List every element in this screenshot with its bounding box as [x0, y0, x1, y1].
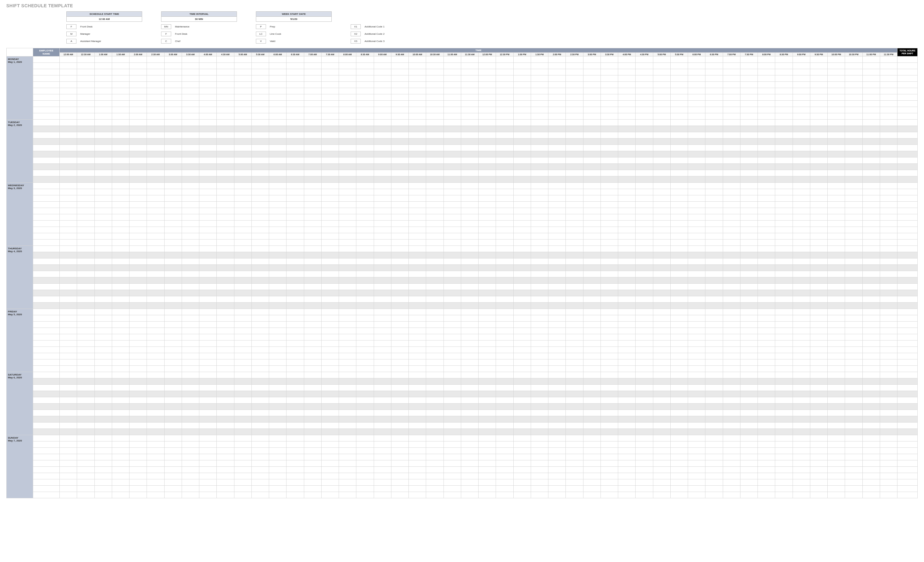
slot-cell[interactable]	[182, 479, 199, 486]
slot-cell[interactable]	[200, 252, 217, 259]
slot-cell[interactable]	[862, 75, 880, 82]
slot-cell[interactable]	[705, 94, 723, 101]
slot-cell[interactable]	[321, 277, 339, 284]
slot-cell[interactable]	[356, 353, 374, 359]
slot-cell[interactable]	[845, 214, 862, 221]
slot-cell[interactable]	[723, 227, 740, 233]
slot-cell[interactable]	[217, 233, 234, 239]
slot-cell[interactable]	[461, 88, 478, 94]
slot-cell[interactable]	[286, 139, 304, 145]
slot-cell[interactable]	[409, 303, 426, 309]
slot-cell[interactable]	[269, 391, 286, 397]
slot-cell[interactable]	[234, 397, 252, 404]
slot-cell[interactable]	[862, 353, 880, 359]
slot-cell[interactable]	[496, 227, 513, 233]
slot-cell[interactable]	[461, 423, 478, 429]
slot-cell[interactable]	[828, 183, 845, 189]
slot-cell[interactable]	[286, 321, 304, 328]
slot-cell[interactable]	[60, 126, 77, 132]
slot-cell[interactable]	[740, 88, 758, 94]
slot-cell[interactable]	[478, 378, 496, 385]
slot-cell[interactable]	[688, 391, 705, 397]
slot-cell[interactable]	[653, 277, 670, 284]
slot-cell[interactable]	[60, 139, 77, 145]
slot-cell[interactable]	[94, 183, 112, 189]
slot-cell[interactable]	[793, 303, 810, 309]
slot-cell[interactable]	[566, 57, 583, 63]
slot-cell[interactable]	[478, 208, 496, 214]
slot-cell[interactable]	[758, 315, 775, 321]
slot-cell[interactable]	[77, 252, 94, 259]
slot-cell[interactable]	[112, 164, 129, 170]
slot-cell[interactable]	[286, 303, 304, 309]
slot-cell[interactable]	[94, 170, 112, 176]
slot-cell[interactable]	[286, 391, 304, 397]
slot-cell[interactable]	[269, 429, 286, 435]
slot-cell[interactable]	[269, 265, 286, 271]
slot-cell[interactable]	[304, 265, 321, 271]
slot-cell[interactable]	[374, 139, 391, 145]
slot-cell[interactable]	[182, 170, 199, 176]
slot-cell[interactable]	[409, 341, 426, 347]
slot-cell[interactable]	[740, 151, 758, 157]
slot-cell[interactable]	[129, 265, 147, 271]
slot-cell[interactable]	[321, 416, 339, 423]
slot-cell[interactable]	[112, 57, 129, 63]
slot-cell[interactable]	[339, 290, 356, 296]
slot-cell[interactable]	[234, 448, 252, 454]
slot-cell[interactable]	[426, 423, 444, 429]
slot-cell[interactable]	[478, 120, 496, 126]
slot-cell[interactable]	[269, 139, 286, 145]
slot-cell[interactable]	[234, 145, 252, 151]
slot-cell[interactable]	[94, 63, 112, 69]
slot-cell[interactable]	[653, 271, 670, 277]
slot-cell[interactable]	[828, 82, 845, 88]
slot-cell[interactable]	[461, 341, 478, 347]
slot-cell[interactable]	[182, 57, 199, 63]
slot-cell[interactable]	[356, 347, 374, 353]
slot-cell[interactable]	[583, 221, 600, 227]
slot-cell[interactable]	[636, 88, 653, 94]
slot-cell[interactable]	[758, 284, 775, 290]
slot-cell[interactable]	[740, 63, 758, 69]
slot-cell[interactable]	[182, 492, 199, 498]
slot-cell[interactable]	[600, 416, 618, 423]
slot-cell[interactable]	[670, 88, 688, 94]
slot-cell[interactable]	[391, 372, 408, 378]
slot-cell[interactable]	[513, 296, 531, 303]
slot-cell[interactable]	[513, 473, 531, 479]
slot-cell[interactable]	[653, 259, 670, 265]
slot-cell[interactable]	[583, 321, 600, 328]
slot-cell[interactable]	[496, 252, 513, 259]
slot-cell[interactable]	[409, 441, 426, 448]
slot-cell[interactable]	[618, 290, 636, 296]
slot-cell[interactable]	[583, 303, 600, 309]
slot-cell[interactable]	[217, 101, 234, 107]
slot-cell[interactable]	[828, 227, 845, 233]
slot-cell[interactable]	[321, 221, 339, 227]
slot-cell[interactable]	[758, 359, 775, 366]
employee-cell[interactable]	[33, 120, 60, 126]
slot-cell[interactable]	[513, 404, 531, 410]
slot-cell[interactable]	[217, 328, 234, 334]
slot-cell[interactable]	[688, 460, 705, 467]
slot-cell[interactable]	[147, 309, 164, 315]
slot-cell[interactable]	[758, 88, 775, 94]
slot-cell[interactable]	[688, 63, 705, 69]
slot-cell[interactable]	[269, 107, 286, 113]
slot-cell[interactable]	[252, 359, 269, 366]
slot-cell[interactable]	[513, 88, 531, 94]
slot-cell[interactable]	[356, 139, 374, 145]
slot-cell[interactable]	[566, 296, 583, 303]
slot-cell[interactable]	[793, 296, 810, 303]
slot-cell[interactable]	[147, 347, 164, 353]
slot-cell[interactable]	[182, 151, 199, 157]
slot-cell[interactable]	[409, 252, 426, 259]
slot-cell[interactable]	[356, 416, 374, 423]
slot-cell[interactable]	[653, 252, 670, 259]
slot-cell[interactable]	[705, 202, 723, 208]
slot-cell[interactable]	[356, 284, 374, 290]
slot-cell[interactable]	[234, 88, 252, 94]
slot-cell[interactable]	[304, 423, 321, 429]
slot-cell[interactable]	[426, 227, 444, 233]
